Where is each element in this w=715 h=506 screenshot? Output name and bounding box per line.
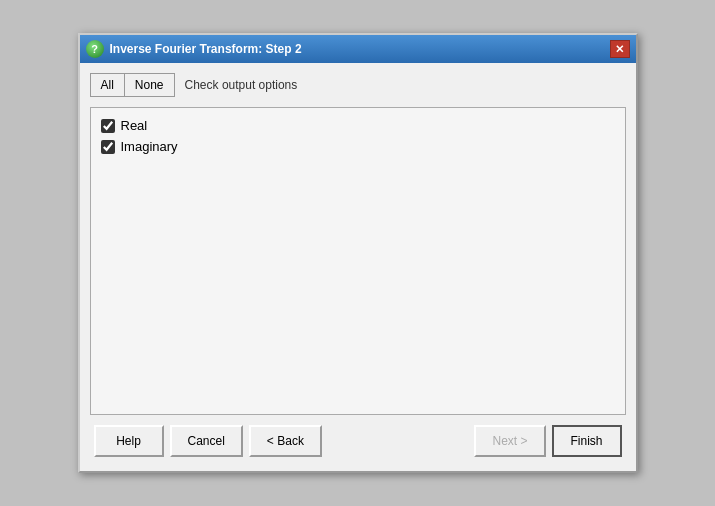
dialog-window: ? Inverse Fourier Transform: Step 2 ✕ Al… (78, 33, 638, 473)
help-button[interactable]: Help (94, 425, 164, 457)
imaginary-checkbox[interactable] (101, 140, 115, 154)
btn-group-left: Help Cancel < Back (94, 425, 322, 457)
real-label[interactable]: Real (121, 118, 148, 133)
imaginary-checkbox-row: Imaginary (101, 139, 615, 154)
cancel-button[interactable]: Cancel (170, 425, 243, 457)
section-label: Check output options (185, 78, 298, 92)
none-button[interactable]: None (124, 73, 175, 97)
dialog-icon: ? (86, 40, 104, 58)
back-button[interactable]: < Back (249, 425, 322, 457)
button-bar: Help Cancel < Back Next > Finish (90, 415, 626, 461)
real-checkbox[interactable] (101, 119, 115, 133)
content-area: Real Imaginary (90, 107, 626, 415)
toolbar: All None Check output options (90, 73, 626, 97)
all-button[interactable]: All (90, 73, 124, 97)
dialog-body: All None Check output options Real Imagi… (80, 63, 636, 471)
btn-group-right: Next > Finish (474, 425, 621, 457)
title-bar-left: ? Inverse Fourier Transform: Step 2 (86, 40, 302, 58)
imaginary-label[interactable]: Imaginary (121, 139, 178, 154)
close-button[interactable]: ✕ (610, 40, 630, 58)
next-button[interactable]: Next > (474, 425, 545, 457)
title-bar: ? Inverse Fourier Transform: Step 2 ✕ (80, 35, 636, 63)
real-checkbox-row: Real (101, 118, 615, 133)
dialog-title: Inverse Fourier Transform: Step 2 (110, 42, 302, 56)
finish-button[interactable]: Finish (552, 425, 622, 457)
